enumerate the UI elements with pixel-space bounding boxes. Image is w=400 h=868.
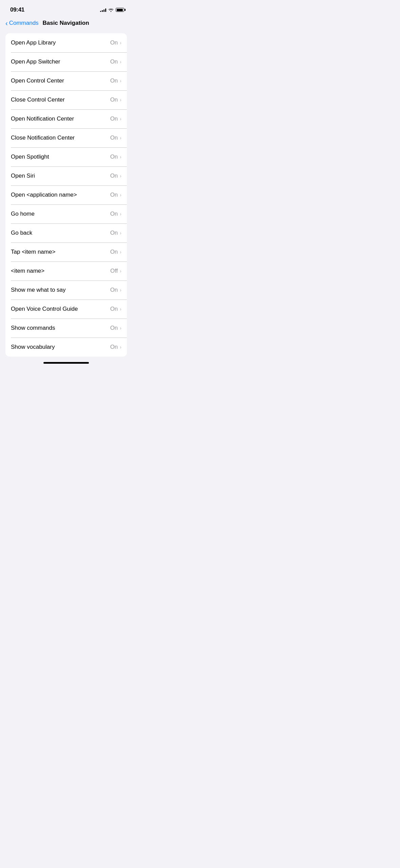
- item-status: On: [110, 173, 118, 179]
- item-status: On: [110, 192, 118, 198]
- list-item[interactable]: Open <application name>On›: [5, 185, 127, 204]
- item-label: Close Notification Center: [11, 134, 75, 141]
- item-right: Off›: [110, 268, 121, 274]
- item-label: Go back: [11, 230, 32, 236]
- battery-icon: [116, 8, 124, 12]
- chevron-right-icon: ›: [120, 249, 121, 255]
- chevron-right-icon: ›: [120, 78, 121, 84]
- chevron-right-icon: ›: [120, 325, 121, 331]
- list-item[interactable]: Tap <item name>On›: [5, 242, 127, 261]
- list-item[interactable]: Show vocabularyOn›: [5, 338, 127, 357]
- list-item[interactable]: <item name>Off›: [5, 261, 127, 281]
- item-label: Open Notification Center: [11, 115, 74, 122]
- chevron-right-icon: ›: [120, 306, 121, 312]
- item-status: On: [110, 306, 118, 312]
- list-item[interactable]: Show me what to sayOn›: [5, 281, 127, 300]
- item-label: Close Control Center: [11, 96, 65, 103]
- item-label: Tap <item name>: [11, 249, 55, 255]
- item-status: On: [110, 96, 118, 103]
- item-label: Open Spotlight: [11, 153, 49, 160]
- item-status: On: [110, 39, 118, 46]
- list-item[interactable]: Open SiriOn›: [5, 166, 127, 185]
- item-status: Off: [110, 268, 118, 274]
- item-status: On: [110, 115, 118, 122]
- item-right: On›: [110, 134, 121, 141]
- item-label: Open Voice Control Guide: [11, 306, 78, 312]
- chevron-right-icon: ›: [120, 230, 121, 236]
- wifi-icon: [108, 8, 114, 12]
- item-right: On›: [110, 96, 121, 103]
- list-item[interactable]: Go backOn›: [5, 223, 127, 242]
- signal-icon: [100, 8, 106, 12]
- back-button[interactable]: ‹ Commands: [5, 20, 39, 26]
- item-right: On›: [110, 306, 121, 312]
- item-right: On›: [110, 287, 121, 293]
- item-right: On›: [110, 249, 121, 255]
- item-label: Show vocabulary: [11, 344, 55, 350]
- item-right: On›: [110, 77, 121, 84]
- item-right: On›: [110, 192, 121, 198]
- chevron-right-icon: ›: [120, 268, 121, 274]
- item-status: On: [110, 287, 118, 293]
- home-bar: [43, 362, 89, 364]
- item-status: On: [110, 153, 118, 160]
- chevron-right-icon: ›: [120, 173, 121, 179]
- item-label: Go home: [11, 211, 35, 217]
- item-label: Open Siri: [11, 173, 35, 179]
- item-right: On›: [110, 344, 121, 350]
- list-item[interactable]: Close Notification CenterOn›: [5, 128, 127, 147]
- item-right: On›: [110, 58, 121, 65]
- list-item[interactable]: Close Control CenterOn›: [5, 90, 127, 109]
- item-status: On: [110, 211, 118, 217]
- list-item[interactable]: Open Notification CenterOn›: [5, 109, 127, 128]
- item-right: On›: [110, 115, 121, 122]
- status-bar: 09:41: [0, 0, 132, 17]
- chevron-right-icon: ›: [120, 116, 121, 122]
- chevron-right-icon: ›: [120, 97, 121, 103]
- chevron-right-icon: ›: [120, 211, 121, 217]
- chevron-right-icon: ›: [120, 344, 121, 350]
- item-status: On: [110, 134, 118, 141]
- chevron-right-icon: ›: [120, 192, 121, 198]
- item-status: On: [110, 230, 118, 236]
- item-right: On›: [110, 211, 121, 217]
- item-label: Open <application name>: [11, 192, 77, 198]
- page-title: Basic Navigation: [43, 20, 89, 26]
- item-status: On: [110, 325, 118, 331]
- item-label: <item name>: [11, 268, 44, 274]
- item-right: On›: [110, 153, 121, 160]
- item-label: Show commands: [11, 325, 55, 331]
- item-status: On: [110, 344, 118, 350]
- item-right: On›: [110, 39, 121, 46]
- item-right: On›: [110, 325, 121, 331]
- item-right: On›: [110, 173, 121, 179]
- chevron-right-icon: ›: [120, 40, 121, 46]
- home-indicator: [0, 359, 132, 366]
- chevron-right-icon: ›: [120, 59, 121, 65]
- status-icons: [100, 8, 124, 12]
- item-label: Open App Library: [11, 39, 56, 46]
- settings-list: Open App LibraryOn›Open App SwitcherOn›O…: [5, 33, 127, 357]
- item-status: On: [110, 58, 118, 65]
- chevron-right-icon: ›: [120, 135, 121, 141]
- chevron-right-icon: ›: [120, 154, 121, 160]
- item-label: Show me what to say: [11, 287, 66, 293]
- status-time: 09:41: [10, 6, 24, 13]
- item-status: On: [110, 249, 118, 255]
- list-item[interactable]: Open Voice Control GuideOn›: [5, 300, 127, 319]
- item-right: On›: [110, 230, 121, 236]
- back-label[interactable]: Commands: [9, 20, 39, 26]
- list-item[interactable]: Open App SwitcherOn›: [5, 52, 127, 71]
- list-item[interactable]: Go homeOn›: [5, 204, 127, 223]
- nav-header: ‹ Commands Basic Navigation: [0, 17, 132, 31]
- item-label: Open Control Center: [11, 77, 64, 84]
- list-item[interactable]: Open SpotlightOn›: [5, 147, 127, 166]
- back-chevron-icon: ‹: [5, 20, 8, 26]
- item-status: On: [110, 77, 118, 84]
- chevron-right-icon: ›: [120, 287, 121, 293]
- list-item[interactable]: Open Control CenterOn›: [5, 71, 127, 90]
- list-item[interactable]: Show commandsOn›: [5, 319, 127, 338]
- list-item[interactable]: Open App LibraryOn›: [5, 33, 127, 52]
- item-label: Open App Switcher: [11, 58, 60, 65]
